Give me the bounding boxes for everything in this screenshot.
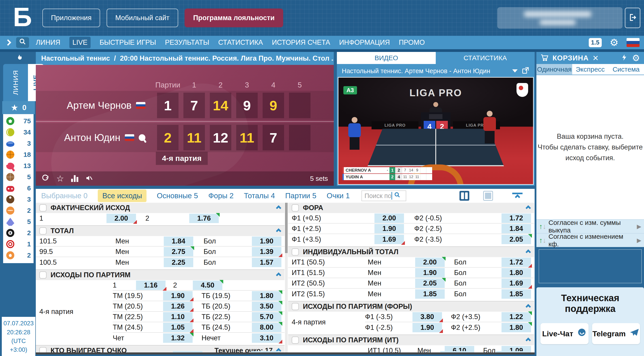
settings-gear-icon[interactable]: ⚙ xyxy=(610,38,618,48)
sidebar-item-volleyball[interactable]: 5 xyxy=(3,172,34,182)
stream-select-caret-icon[interactable] xyxy=(512,69,518,72)
odds-button[interactable]: 1.85 xyxy=(415,289,445,299)
logout-button[interactable] xyxy=(625,8,640,28)
loyalty-program-button[interactable]: Программа лояльности xyxy=(184,8,284,27)
statistics-bars-icon[interactable] xyxy=(71,175,78,182)
sidebar-item-tennis[interactable]: 34 xyxy=(3,127,34,138)
nav-item-fast-games[interactable]: БЫСТРЫЕ ИГРЫ xyxy=(100,38,156,46)
odds-button[interactable]: 1.69 xyxy=(374,235,404,244)
tab-system[interactable]: Система xyxy=(608,64,644,74)
odds-button[interactable]: 3.10 xyxy=(252,334,282,343)
odds-button[interactable]: 1.72 xyxy=(502,258,531,267)
collapse-section-icon[interactable] xyxy=(276,228,281,234)
odds-button[interactable]: 1.85 xyxy=(502,289,531,299)
popout-icon[interactable] xyxy=(522,66,530,76)
odds-button[interactable]: 1.57 xyxy=(252,258,282,267)
collapse-section-icon[interactable] xyxy=(526,205,531,210)
market-search-input[interactable] xyxy=(364,192,391,200)
odds-button[interactable]: 1.80 xyxy=(502,323,531,332)
betcity-logo[interactable]: Б xyxy=(13,2,32,32)
odds-button[interactable]: 1.80 xyxy=(252,291,282,300)
close-icon[interactable]: × xyxy=(593,53,598,63)
section-checkbox[interactable] xyxy=(39,227,46,234)
odds-button[interactable]: 1.80 xyxy=(502,268,531,278)
mobile-site-button[interactable]: Мобильный сайт xyxy=(106,8,178,27)
filter-selected[interactable]: Выбранные 0 xyxy=(41,192,88,200)
filter-main[interactable]: Основные 5 xyxy=(157,192,198,200)
apps-button[interactable]: Приложения xyxy=(42,8,100,27)
tab-express[interactable]: Экспресс xyxy=(572,64,608,74)
search-icon[interactable] xyxy=(394,192,401,200)
section-checkbox[interactable] xyxy=(292,248,299,256)
sidebar-item-table-tennis[interactable]: 13 xyxy=(3,160,34,172)
filter-handicaps[interactable]: Форы 2 xyxy=(208,192,234,200)
two-column-layout-button[interactable] xyxy=(460,191,469,201)
odds-button[interactable]: 2.00 xyxy=(106,214,136,223)
collapse-section-icon[interactable] xyxy=(526,304,531,309)
agree-buyout-sum-toggle[interactable]: ↑↓ Согласен с изм. суммы выкупа ▶ xyxy=(536,219,644,233)
tab-video[interactable]: ВИДЕО xyxy=(337,52,436,64)
section-checkbox[interactable] xyxy=(39,272,46,278)
sidebar-item-darts[interactable]: 1 xyxy=(3,238,34,250)
odds-button[interactable]: 1.69 xyxy=(502,278,531,288)
section-checkbox[interactable] xyxy=(292,336,299,344)
odds-button[interactable]: 1.39 xyxy=(252,247,282,256)
sidebar-item-handball[interactable]: 3 xyxy=(3,194,34,205)
sidebar-item-futsal[interactable]: 2 xyxy=(3,250,34,261)
odds-button[interactable]: 3.50 xyxy=(252,302,282,311)
odds-button[interactable]: 1.16 xyxy=(136,280,166,290)
collapse-section-icon[interactable] xyxy=(526,249,531,255)
sidebar-item-badminton[interactable]: 5 xyxy=(3,216,34,227)
sidebar-item-esports[interactable]: 6 xyxy=(3,182,34,194)
odds-button[interactable]: 1.26 xyxy=(163,302,192,311)
tab-statistics[interactable]: СТАТИСТИКА xyxy=(436,52,534,64)
section-checkbox[interactable] xyxy=(39,204,46,212)
collapse-section-icon[interactable] xyxy=(276,205,281,210)
nav-item-statistics[interactable]: СТАТИСТИКА xyxy=(218,38,263,46)
filter-sets[interactable]: Партии 5 xyxy=(285,192,316,200)
tab-single[interactable]: Одиночная xyxy=(536,64,572,74)
sound-muted-icon[interactable] xyxy=(86,174,93,183)
collapse-all-button[interactable] xyxy=(512,193,522,199)
collapse-section-icon[interactable] xyxy=(276,272,281,278)
odds-button[interactable]: 1.90 xyxy=(163,291,192,300)
odds-button[interactable]: 5.70 xyxy=(252,312,282,322)
sidebar-item-billiards[interactable]: 2 xyxy=(3,227,34,238)
search-button[interactable] xyxy=(16,37,29,48)
odds-button[interactable]: 1.05 xyxy=(163,323,192,332)
odds-button[interactable]: 1.84 xyxy=(502,224,531,234)
odds-button[interactable]: 1.22 xyxy=(502,312,531,322)
odds-button[interactable]: 1.90 xyxy=(374,224,404,234)
odds-button[interactable]: 2.75 xyxy=(164,247,193,256)
odds-button[interactable]: 2.25 xyxy=(164,258,193,267)
expand-menu-icon[interactable] xyxy=(5,40,11,46)
odds-button[interactable]: 3.80 xyxy=(412,312,442,322)
markets-scrollbar[interactable] xyxy=(285,203,288,354)
video-player[interactable]: LIGA PRO LIGA PRO LIGA PRO A3 4 2 xyxy=(338,77,534,185)
breadcrumb-sport[interactable]: Настольный теннис xyxy=(41,54,110,62)
odds-button[interactable]: 2.00 xyxy=(374,214,404,223)
odds-button[interactable]: 4.50 xyxy=(193,280,222,290)
odds-button[interactable]: 1.90 xyxy=(252,236,282,246)
basket-settings-gear-icon[interactable]: ⚙ xyxy=(632,54,640,62)
sidebar-item-ice-hockey[interactable]: 3 xyxy=(3,138,34,149)
filter-totals[interactable]: Тоталы 4 xyxy=(244,192,275,200)
odds-button[interactable]: 2.05 xyxy=(502,235,531,244)
odds-button[interactable]: 1.76 xyxy=(189,214,219,223)
odds-button[interactable]: 1.90 xyxy=(412,323,442,332)
nav-item-results[interactable]: РЕЗУЛЬТАТЫ xyxy=(165,38,209,46)
breadcrumb-event-title[interactable]: 20:00 Настольный теннис. Россия. Лига Пр… xyxy=(120,54,334,62)
nav-item-promo[interactable]: ПРОМО xyxy=(399,38,425,46)
quick-bet-lightning-icon[interactable] xyxy=(621,54,628,62)
odds-button[interactable]: 8.00 xyxy=(252,323,282,332)
collapse-section-icon[interactable] xyxy=(526,338,531,343)
odds-button[interactable]: 1.32 xyxy=(163,334,192,343)
odds-button[interactable]: 2.05 xyxy=(415,278,445,288)
telegram-button[interactable]: Telegram xyxy=(592,323,640,344)
odds-button[interactable]: 1.84 xyxy=(164,236,193,246)
refresh-icon[interactable] xyxy=(42,174,49,183)
nav-item-information[interactable]: ИНФОРМАЦИЯ xyxy=(339,38,390,46)
one-column-layout-button[interactable] xyxy=(483,191,493,201)
sidebar-item-water-polo[interactable]: 2 xyxy=(3,205,34,216)
odds-button[interactable]: 1.72 xyxy=(502,214,531,223)
